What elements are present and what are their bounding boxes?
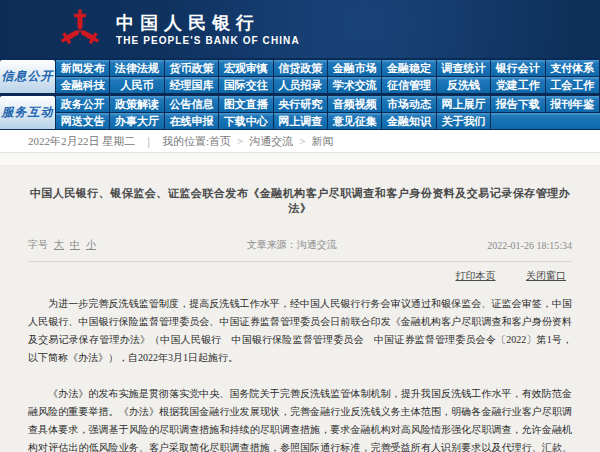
nav-item-央行研究[interactable]: 央行研究 xyxy=(274,96,328,112)
current-date: 2022年2月22日 星期二 xyxy=(28,134,135,149)
breadcrumb-首页[interactable]: 首页 xyxy=(209,135,231,147)
nav-item-货币政策[interactable]: 货币政策 xyxy=(165,60,219,76)
nav-item-下载中心[interactable]: 下载中心 xyxy=(219,113,273,129)
nav-item-人民币[interactable]: 人民币 xyxy=(110,77,164,93)
breadcrumb-bar: 2022年2月22日 星期二 ｜ 我的位置: 首页>沟通交流>新闻 xyxy=(0,130,600,153)
nav-item-金融科技[interactable]: 金融科技 xyxy=(56,77,110,93)
nav-item-报告下载[interactable]: 报告下载 xyxy=(491,96,545,112)
divider-strip xyxy=(0,153,600,166)
nav-item-公告信息[interactable]: 公告信息 xyxy=(165,96,219,112)
nav-item-法律法规[interactable]: 法律法规 xyxy=(110,60,164,76)
nav-item-党建工作[interactable]: 党建工作 xyxy=(491,77,545,93)
breadcrumb-pipe: ｜ xyxy=(143,134,154,149)
nav-item-音频视频[interactable]: 音频视频 xyxy=(328,96,382,112)
main-navigation: 信息公开 服务互动 新闻发布法律法规货币政策宏观审慎信贷政策金融市场金融稳定调查… xyxy=(0,58,600,130)
nav-item-银行会计[interactable]: 银行会计 xyxy=(491,60,545,76)
pboc-emblem-icon[interactable] xyxy=(58,7,102,51)
font-size-option-小[interactable]: 小 xyxy=(86,239,96,250)
nav-item-经理国库[interactable]: 经理国库 xyxy=(165,77,219,93)
nav-item-政务公开[interactable]: 政务公开 xyxy=(56,96,110,112)
site-header: 中国人民银行 THE PEOPLE'S BANK OF CHINA xyxy=(0,0,600,58)
font-size-option-大[interactable]: 大 xyxy=(54,239,64,250)
nav-item-宏观审慎[interactable]: 宏观审慎 xyxy=(219,60,273,76)
article-paragraph: 为进一步完善反洗钱监管制度，提高反洗钱工作水平，经中国人民银行行务会审议通过和银… xyxy=(28,295,572,367)
bank-name-en: THE PEOPLE'S BANK OF CHINA xyxy=(116,34,300,47)
article-actions: 打印本页 关闭窗口 xyxy=(28,262,572,283)
print-page-link[interactable]: 打印本页 xyxy=(456,270,496,281)
close-window-link[interactable]: 关闭窗口 xyxy=(526,270,566,281)
nav-item-征信管理[interactable]: 征信管理 xyxy=(382,77,436,93)
nav-row: 政务公开政策解读公告信息图文直播央行研究音频视频市场动态网上展厅报告下载报刊年鉴 xyxy=(56,96,600,112)
crumb-separator: > xyxy=(237,135,243,147)
article-paragraph: 《办法》的发布实施是贯彻落实党中央、国务院关于完善反洗钱监管体制机制，提升我国反… xyxy=(28,385,572,452)
font-size-controls: 字号大中小 xyxy=(28,238,96,252)
nav-item-支付体系[interactable]: 支付体系 xyxy=(546,60,600,76)
nav-item-网上展厅[interactable]: 网上展厅 xyxy=(437,96,491,112)
nav-item-关于我们[interactable]: 关于我们 xyxy=(437,113,491,129)
nav-item-新闻发布[interactable]: 新闻发布 xyxy=(56,60,110,76)
nav-row: 新闻发布法律法规货币政策宏观审慎信贷政策金融市场金融稳定调查统计银行会计支付体系 xyxy=(56,60,600,76)
nav-item-办事大厅[interactable]: 办事大厅 xyxy=(110,113,164,129)
breadcrumb-新闻[interactable]: 新闻 xyxy=(312,135,334,147)
font-size-label: 字号 xyxy=(28,239,48,250)
nav-item-市场动态[interactable]: 市场动态 xyxy=(382,96,436,112)
article-content: 中国人民银行、银保监会、证监会联合发布《金融机构客户尽职调查和客户身份资料及交易… xyxy=(0,166,600,452)
nav-item-学术交流[interactable]: 学术交流 xyxy=(328,77,382,93)
nav-section-information-disclosure[interactable]: 信息公开 xyxy=(0,60,55,93)
nav-item-网送文告[interactable]: 网送文告 xyxy=(56,113,110,129)
nav-item-网上调查[interactable]: 网上调查 xyxy=(274,113,328,129)
source-value: 沟通交流 xyxy=(297,239,337,250)
nav-grid: 新闻发布法律法规货币政策宏观审慎信贷政策金融市场金融稳定调查统计银行会计支付体系… xyxy=(56,60,600,129)
nav-item-政策解读[interactable]: 政策解读 xyxy=(110,96,164,112)
source-label: 文章来源： xyxy=(247,239,297,250)
font-size-option-中[interactable]: 中 xyxy=(70,239,80,250)
article-body: 为进一步完善反洗钱监管制度，提高反洗钱工作水平，经中国人民银行行务会审议通过和银… xyxy=(28,295,572,452)
nav-item-金融稳定[interactable]: 金融稳定 xyxy=(382,60,436,76)
nav-item-工会工作[interactable]: 工会工作 xyxy=(546,77,600,93)
article-meta-row: 字号大中小 文章来源：沟通交流 2022-01-26 18:15:34 xyxy=(28,238,572,262)
nav-item-金融知识[interactable]: 金融知识 xyxy=(382,113,436,129)
bank-name-cn: 中国人民银行 xyxy=(116,12,300,34)
nav-item-国际交往[interactable]: 国际交往 xyxy=(219,77,273,93)
article-source: 文章来源：沟通交流 xyxy=(96,238,487,252)
breadcrumb: 首页>沟通交流>新闻 xyxy=(209,134,333,149)
nav-row: 网送文告办事大厅在线申报下载中心网上调查意见征集金融知识关于我们 xyxy=(56,113,600,129)
nav-section-service-interaction[interactable]: 服务互动 xyxy=(0,96,55,129)
nav-item-在线申报[interactable]: 在线申报 xyxy=(165,113,219,129)
nav-row: 金融科技人民币经理国库国际交往人员招录学术交流征信管理反洗钱党建工作工会工作 xyxy=(56,77,600,93)
nav-item-人员招录[interactable]: 人员招录 xyxy=(274,77,328,93)
nav-item-调查统计[interactable]: 调查统计 xyxy=(437,60,491,76)
nav-item-图文直播[interactable]: 图文直播 xyxy=(219,96,273,112)
nav-item-报刊年鉴[interactable]: 报刊年鉴 xyxy=(546,96,600,112)
crumb-separator: > xyxy=(299,135,305,147)
nav-item-信贷政策[interactable]: 信贷政策 xyxy=(274,60,328,76)
article-datetime: 2022-01-26 18:15:34 xyxy=(487,240,572,251)
location-label: 我的位置: xyxy=(162,134,209,149)
nav-side-column: 信息公开 服务互动 xyxy=(0,60,55,129)
nav-item-反洗钱[interactable]: 反洗钱 xyxy=(437,77,491,93)
nav-item-意见征集[interactable]: 意见征集 xyxy=(328,113,382,129)
breadcrumb-沟通交流[interactable]: 沟通交流 xyxy=(249,135,293,147)
article-title: 中国人民银行、银保监会、证监会联合发布《金融机构客户尽职调查和客户身份资料及交易… xyxy=(28,166,572,216)
bank-names: 中国人民银行 THE PEOPLE'S BANK OF CHINA xyxy=(116,12,300,47)
nav-item-金融市场[interactable]: 金融市场 xyxy=(328,60,382,76)
